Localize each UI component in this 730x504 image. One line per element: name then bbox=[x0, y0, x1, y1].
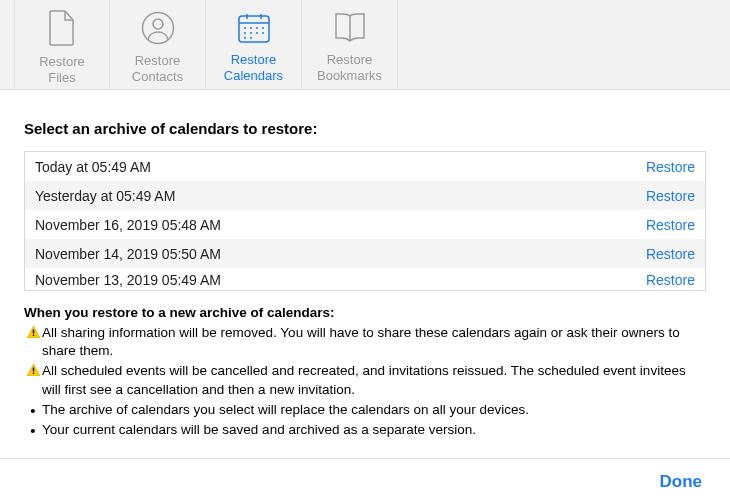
restore-link[interactable]: Restore bbox=[646, 159, 695, 175]
svg-point-0 bbox=[142, 12, 173, 43]
tab-restore-files[interactable]: Restore Files bbox=[14, 0, 110, 89]
footer: Done bbox=[0, 458, 730, 504]
tab-label: Restore Files bbox=[39, 54, 85, 85]
notes-title: When you restore to a new archive of cal… bbox=[24, 305, 706, 320]
tab-restore-contacts[interactable]: Restore Contacts bbox=[110, 0, 206, 89]
note-text: The archive of calendars you select will… bbox=[42, 401, 706, 419]
note-text: Your current calendars will be saved and… bbox=[42, 421, 706, 439]
tab-label: Restore Bookmarks bbox=[317, 52, 382, 83]
file-icon bbox=[47, 10, 77, 50]
bullet-icon bbox=[24, 401, 42, 418]
tab-label: Restore Calendars bbox=[224, 52, 283, 83]
archive-list: Today at 05:49 AM Restore Yesterday at 0… bbox=[24, 151, 706, 291]
note-line: The archive of calendars you select will… bbox=[24, 401, 706, 419]
calendar-icon bbox=[237, 12, 271, 48]
note-text: All sharing information will be removed.… bbox=[42, 324, 706, 360]
toolbar: Restore Files Restore Contacts Restore C… bbox=[0, 0, 730, 90]
tab-label: Restore Contacts bbox=[132, 53, 183, 84]
tab-restore-calendars[interactable]: Restore Calendars bbox=[206, 0, 302, 89]
contact-icon bbox=[141, 11, 175, 49]
notes: When you restore to a new archive of cal… bbox=[24, 305, 706, 439]
archive-row[interactable]: Today at 05:49 AM Restore bbox=[25, 152, 705, 181]
archive-timestamp: Today at 05:49 AM bbox=[35, 159, 151, 175]
section-title: Select an archive of calendars to restor… bbox=[24, 120, 706, 137]
note-text: All scheduled events will be cancelled a… bbox=[42, 362, 706, 398]
svg-rect-17 bbox=[32, 330, 33, 334]
restore-link[interactable]: Restore bbox=[646, 188, 695, 204]
restore-link[interactable]: Restore bbox=[646, 246, 695, 262]
note-line: All sharing information will be removed.… bbox=[24, 324, 706, 360]
warning-icon bbox=[24, 324, 42, 338]
archive-timestamp: Yesterday at 05:49 AM bbox=[35, 188, 175, 204]
restore-link[interactable]: Restore bbox=[646, 217, 695, 233]
bookmark-icon bbox=[332, 12, 368, 48]
svg-point-1 bbox=[153, 19, 163, 29]
archive-row[interactable]: November 13, 2019 05:49 AM Restore bbox=[25, 268, 705, 291]
warning-icon bbox=[24, 362, 42, 376]
archive-row[interactable]: Yesterday at 05:49 AM Restore bbox=[25, 181, 705, 210]
tab-restore-bookmarks[interactable]: Restore Bookmarks bbox=[302, 0, 398, 89]
done-button[interactable]: Done bbox=[660, 472, 703, 492]
archive-timestamp: November 13, 2019 05:49 AM bbox=[35, 272, 221, 288]
bullet-icon bbox=[24, 421, 42, 438]
svg-rect-19 bbox=[32, 368, 33, 372]
archive-timestamp: November 16, 2019 05:48 AM bbox=[35, 217, 221, 233]
archive-row[interactable]: November 14, 2019 05:50 AM Restore bbox=[25, 239, 705, 268]
svg-rect-20 bbox=[32, 373, 33, 374]
svg-rect-2 bbox=[239, 16, 269, 42]
note-line: Your current calendars will be saved and… bbox=[24, 421, 706, 439]
svg-rect-18 bbox=[32, 335, 33, 336]
note-line: All scheduled events will be cancelled a… bbox=[24, 362, 706, 398]
restore-link[interactable]: Restore bbox=[646, 272, 695, 288]
archive-row[interactable]: November 16, 2019 05:48 AM Restore bbox=[25, 210, 705, 239]
content: Select an archive of calendars to restor… bbox=[0, 90, 730, 439]
archive-timestamp: November 14, 2019 05:50 AM bbox=[35, 246, 221, 262]
